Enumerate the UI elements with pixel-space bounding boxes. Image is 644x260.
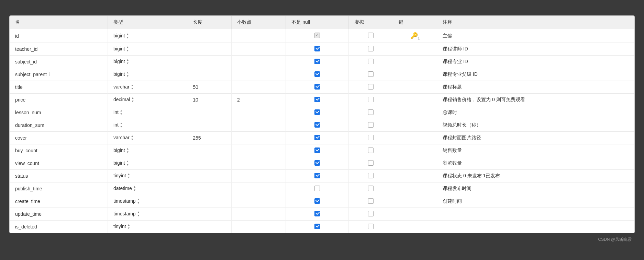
virtual-checkbox[interactable] [368,33,374,38]
virtual-checkbox[interactable] [368,59,374,64]
virtual-checkbox[interactable] [368,147,374,153]
cell-key [393,56,437,68]
cell-not-null[interactable] [286,132,349,144]
cell-not-null[interactable] [286,94,349,106]
cell-virtual[interactable] [349,182,393,195]
cell-virtual[interactable] [349,56,393,68]
not-null-checkbox[interactable] [314,186,320,191]
table-row[interactable]: update_timetimestamp▲▼ [10,208,634,221]
type-stepper[interactable]: ▲▼ [131,84,134,91]
table-row[interactable]: duration_sumint▲▼视频总时长（秒） [10,119,634,132]
cell-not-null[interactable] [286,208,349,221]
virtual-checkbox[interactable] [368,71,374,77]
cell-field-name: title [10,81,108,94]
virtual-checkbox[interactable] [368,135,374,140]
cell-virtual[interactable] [349,106,393,119]
type-stepper[interactable]: ▲▼ [120,109,123,116]
not-null-checkbox[interactable] [314,59,320,64]
cell-not-null[interactable] [286,195,349,208]
type-stepper[interactable]: ▲▼ [126,147,129,154]
virtual-checkbox[interactable] [368,211,374,216]
type-stepper[interactable]: ▲▼ [133,185,136,192]
type-stepper[interactable]: ▲▼ [126,33,129,39]
table-row[interactable]: is_deletedtinyint▲▼ [10,221,634,233]
type-stepper[interactable]: ▲▼ [127,223,130,230]
not-null-checkbox[interactable] [314,33,320,38]
virtual-checkbox[interactable] [368,109,374,115]
virtual-checkbox[interactable] [368,46,374,51]
table-row[interactable]: subject_idbigint▲▼课程专业 ID [10,56,634,68]
table-row[interactable]: statustinyint▲▼课程状态 0 未发布 1已发布 [10,170,634,182]
virtual-checkbox[interactable] [368,198,374,204]
table-row[interactable]: covervarchar▲▼255课程封面图片路径 [10,132,634,144]
cell-virtual[interactable] [349,208,393,221]
virtual-checkbox[interactable] [368,84,374,90]
cell-virtual[interactable] [349,94,393,106]
type-stepper[interactable]: ▲▼ [131,134,134,141]
not-null-checkbox[interactable] [314,147,320,153]
virtual-checkbox[interactable] [368,97,374,102]
cell-not-null[interactable] [286,157,349,170]
type-stepper[interactable]: ▲▼ [126,58,129,65]
type-stepper[interactable]: ▲▼ [137,211,140,217]
table-row[interactable]: teacher_idbigint▲▼课程讲师 ID [10,43,634,56]
cell-not-null[interactable] [286,43,349,56]
not-null-checkbox[interactable] [314,173,320,178]
not-null-checkbox[interactable] [314,109,320,115]
not-null-checkbox[interactable] [314,160,320,166]
table-row[interactable]: pricedecimal▲▼102课程销售价格，设置为 0 则可免费观看 [10,94,634,106]
not-null-checkbox[interactable] [314,97,320,102]
type-stepper[interactable]: ▲▼ [126,71,129,78]
cell-not-null[interactable] [286,119,349,132]
table-row[interactable]: create_timetimestamp▲▼创建时间 [10,195,634,208]
cell-virtual[interactable] [349,132,393,144]
type-stepper[interactable]: ▲▼ [126,46,129,52]
not-null-checkbox[interactable] [314,224,320,229]
cell-virtual[interactable] [349,43,393,56]
not-null-checkbox[interactable] [314,71,320,77]
cell-virtual[interactable] [349,81,393,94]
table-row[interactable]: titlevarchar▲▼50课程标题 [10,81,634,94]
cell-virtual[interactable] [349,221,393,233]
type-stepper[interactable]: ▲▼ [126,160,129,167]
table-row[interactable]: idbigint▲▼🔑1主键 [10,29,634,43]
cell-virtual[interactable] [349,170,393,182]
cell-virtual[interactable] [349,195,393,208]
cell-virtual[interactable] [349,144,393,157]
not-null-checkbox[interactable] [314,46,320,51]
table-row[interactable]: publish_timedatetime▲▼课程发布时间 [10,182,634,195]
cell-not-null[interactable] [286,144,349,157]
type-stepper[interactable]: ▲▼ [137,198,140,205]
not-null-checkbox[interactable] [314,198,320,204]
cell-field-name: view_count [10,157,108,170]
type-stepper[interactable]: ▲▼ [120,122,123,129]
not-null-checkbox[interactable] [314,211,320,216]
not-null-checkbox[interactable] [314,122,320,128]
virtual-checkbox[interactable] [368,122,374,128]
table-row[interactable]: lesson_numint▲▼总课时 [10,106,634,119]
type-stepper[interactable]: ▲▼ [127,173,130,179]
cell-not-null[interactable] [286,106,349,119]
table-row[interactable]: subject_parent_ibigint▲▼课程专业父级 ID [10,68,634,81]
cell-virtual[interactable] [349,29,393,43]
virtual-checkbox[interactable] [368,173,374,178]
cell-not-null[interactable] [286,56,349,68]
not-null-checkbox[interactable] [314,135,320,140]
type-stepper[interactable]: ▲▼ [131,96,134,103]
cell-virtual[interactable] [349,157,393,170]
table-row[interactable]: view_countbigint▲▼浏览数量 [10,157,634,170]
cell-not-null[interactable] [286,221,349,233]
cell-not-null[interactable] [286,68,349,81]
cell-field-length [187,56,232,68]
not-null-checkbox[interactable] [314,84,320,90]
cell-virtual[interactable] [349,68,393,81]
cell-not-null[interactable] [286,182,349,195]
virtual-checkbox[interactable] [368,186,374,191]
table-row[interactable]: buy_countbigint▲▼销售数量 [10,144,634,157]
cell-not-null[interactable] [286,81,349,94]
cell-not-null[interactable] [286,170,349,182]
virtual-checkbox[interactable] [368,224,374,229]
cell-not-null[interactable] [286,29,349,43]
virtual-checkbox[interactable] [368,160,374,166]
cell-virtual[interactable] [349,119,393,132]
